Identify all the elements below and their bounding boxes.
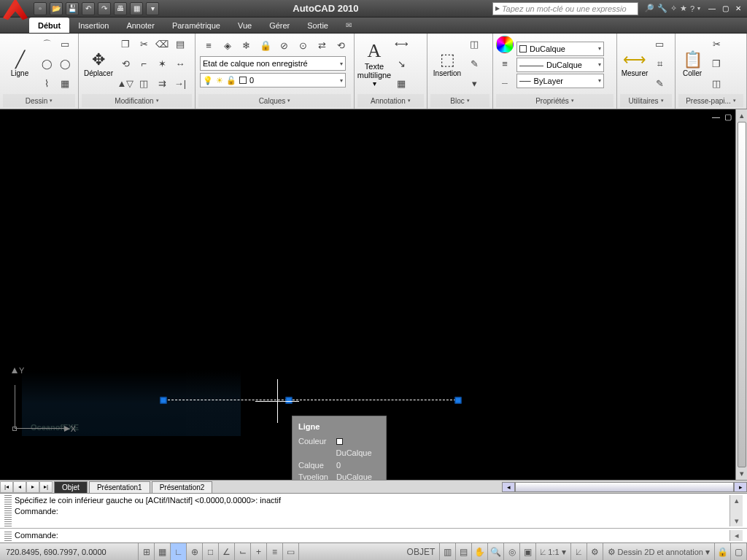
qp-toggle[interactable]: ▭: [283, 543, 299, 560]
layer-match-icon[interactable]: ⇄: [313, 36, 330, 54]
tab-insertion[interactable]: Insertion: [69, 18, 117, 33]
steering-wheel-icon[interactable]: ◎: [504, 543, 520, 560]
color-combo[interactable]: DuCalque: [516, 42, 604, 56]
table-icon[interactable]: ▦: [392, 75, 410, 93]
ligne-button[interactable]: ╱ Ligne: [3, 36, 36, 93]
tab-annoter[interactable]: Annoter: [117, 18, 163, 33]
dyn-toggle[interactable]: +: [251, 543, 267, 560]
offset-icon[interactable]: ⇉: [153, 75, 171, 93]
redo-icon[interactable]: ↷: [98, 2, 111, 15]
command-input-row[interactable]: Commande: ◂▸: [0, 528, 747, 542]
print-icon[interactable]: 🖶: [114, 2, 127, 15]
panel-bloc-label[interactable]: Bloc: [430, 94, 489, 107]
linetype-icon[interactable]: ┈: [496, 75, 514, 93]
hatch-icon[interactable]: ▦: [56, 75, 74, 93]
cmd-scrollbar[interactable]: ▴▾: [729, 495, 743, 526]
rotate-icon[interactable]: ⟲: [117, 55, 134, 73]
layer-off-icon[interactable]: ⊘: [276, 36, 293, 54]
layer-lock-icon[interactable]: 🔒: [257, 36, 274, 54]
lineweight-combo[interactable]: ──ByLayer: [516, 74, 604, 88]
dimension-icon[interactable]: ⟷: [392, 36, 410, 53]
annoscale-combo[interactable]: ⟀ 1:1 ▾: [536, 543, 570, 560]
erase-icon[interactable]: ⌫: [153, 36, 171, 53]
favorite-icon[interactable]: ★: [680, 4, 687, 13]
doc-minimize-button[interactable]: —: [712, 112, 720, 122]
mesurer-button[interactable]: ⟷ Mesurer: [620, 36, 649, 93]
layout-tab-objet[interactable]: Objet: [54, 481, 88, 493]
help-search-input[interactable]: Tapez un mot-clé ou une expressio: [492, 2, 638, 15]
layer-prev-icon[interactable]: ⟲: [332, 36, 349, 54]
drawing-area[interactable]: — ▢ ✕ ▴▾ OceanofEXE Ligne CouleurDuCalqu…: [0, 109, 747, 480]
layer-state-combo[interactable]: Etat de calque non enregistré: [200, 56, 346, 71]
copy-clip-icon[interactable]: ❐: [708, 55, 725, 73]
toolbar-lock-icon[interactable]: 🔒: [715, 543, 731, 560]
deplacer-button[interactable]: ✥ Déplacer: [82, 36, 115, 93]
lwt-toggle[interactable]: ≡: [267, 543, 283, 560]
showmotion-icon[interactable]: ▣: [520, 543, 536, 560]
select-icon[interactable]: ▭: [651, 36, 668, 53]
exchange-icon[interactable]: ✧: [670, 4, 677, 13]
tab-vue[interactable]: Vue: [229, 18, 260, 33]
command-prompt[interactable]: Commande:: [15, 530, 729, 541]
tab-nav-next[interactable]: ▸: [26, 481, 39, 493]
color-wheel-icon[interactable]: [496, 36, 514, 53]
explode-icon[interactable]: ✶: [153, 55, 171, 73]
qat-dropdown-icon[interactable]: ▾: [146, 2, 159, 15]
save-icon[interactable]: 💾: [66, 2, 79, 15]
layer-freeze-icon[interactable]: ❄: [238, 36, 255, 54]
panel-modif-label[interactable]: Modification: [82, 94, 192, 107]
quickview-drawings-icon[interactable]: ▤: [456, 543, 472, 560]
layer-combo[interactable]: 💡 ☀ 🔓 0: [200, 73, 346, 88]
stretch-icon[interactable]: ↔: [171, 55, 189, 73]
command-window[interactable]: Spécifiez le coin inférieur gauche ou [A…: [0, 493, 747, 528]
otrack-toggle[interactable]: ∠: [219, 543, 235, 560]
array-icon[interactable]: ▤: [171, 36, 189, 53]
new-icon[interactable]: ▫: [34, 2, 47, 15]
pan-icon[interactable]: ✋: [472, 543, 488, 560]
model-paper-toggle[interactable]: OBJET: [403, 543, 441, 560]
selected-line[interactable]: [160, 400, 460, 400]
snap-toggle[interactable]: ⊞: [139, 543, 155, 560]
cmd-drag-handle[interactable]: [4, 495, 12, 526]
mail-icon[interactable]: ✉: [343, 20, 355, 31]
scale-icon[interactable]: ◫: [135, 75, 152, 93]
insertion-button[interactable]: ⬚ Insertion: [430, 36, 464, 93]
layout-tab-pres1[interactable]: Présentation1: [89, 481, 150, 493]
tab-nav-prev[interactable]: ◂: [13, 481, 26, 493]
zoom-icon[interactable]: 🔍: [488, 543, 504, 560]
hscroll-right[interactable]: ▸: [734, 482, 747, 492]
layer-prop-icon[interactable]: ≡: [200, 36, 217, 54]
create-block-icon[interactable]: ◫: [465, 36, 483, 53]
open-icon[interactable]: 📂: [50, 2, 63, 15]
coller-button[interactable]: 📋 Coller: [678, 36, 706, 93]
binoculars-icon[interactable]: 🔎: [644, 4, 654, 13]
linetype-combo[interactable]: ———DuCalque: [516, 58, 604, 72]
maximize-button[interactable]: ▢: [719, 4, 731, 14]
panel-calques-label[interactable]: Calques: [198, 94, 351, 107]
cmd-resize-icon[interactable]: ◂▸: [729, 530, 743, 541]
anno-autoscale-icon[interactable]: ⚙: [587, 543, 603, 560]
tab-nav-last[interactable]: ▸|: [39, 481, 53, 493]
help-icon[interactable]: ?: [690, 4, 694, 13]
minimize-button[interactable]: —: [706, 4, 718, 14]
lineweight-icon[interactable]: ≡: [496, 55, 514, 73]
tab-nav-first[interactable]: |◂: [0, 481, 13, 493]
polyline-icon[interactable]: ⌇: [38, 75, 55, 93]
coords-readout[interactable]: 720.8495, 690.7997, 0.0000: [0, 543, 139, 560]
doc-maximize-button[interactable]: ▢: [724, 112, 732, 122]
grip-start[interactable]: [160, 397, 167, 404]
trim-icon[interactable]: ✂: [135, 36, 152, 53]
circle-icon[interactable]: ◯: [38, 55, 55, 73]
undo-icon[interactable]: ↶: [82, 2, 95, 15]
match-icon[interactable]: ◫: [708, 75, 725, 93]
cut-icon[interactable]: ✂: [708, 36, 725, 53]
panel-prop-label[interactable]: Propriétés: [496, 94, 614, 107]
rectangle-icon[interactable]: ▭: [56, 36, 74, 53]
osnap-toggle[interactable]: □: [203, 543, 219, 560]
fillet-icon[interactable]: ⌐: [135, 55, 152, 73]
anno-visibility-icon[interactable]: ⟀: [571, 543, 587, 560]
panel-dessin-label[interactable]: Dessin: [3, 94, 75, 107]
ortho-toggle[interactable]: ∟: [171, 543, 187, 560]
leader-icon[interactable]: ↘: [392, 55, 410, 73]
hscroll-left[interactable]: ◂: [502, 482, 515, 492]
